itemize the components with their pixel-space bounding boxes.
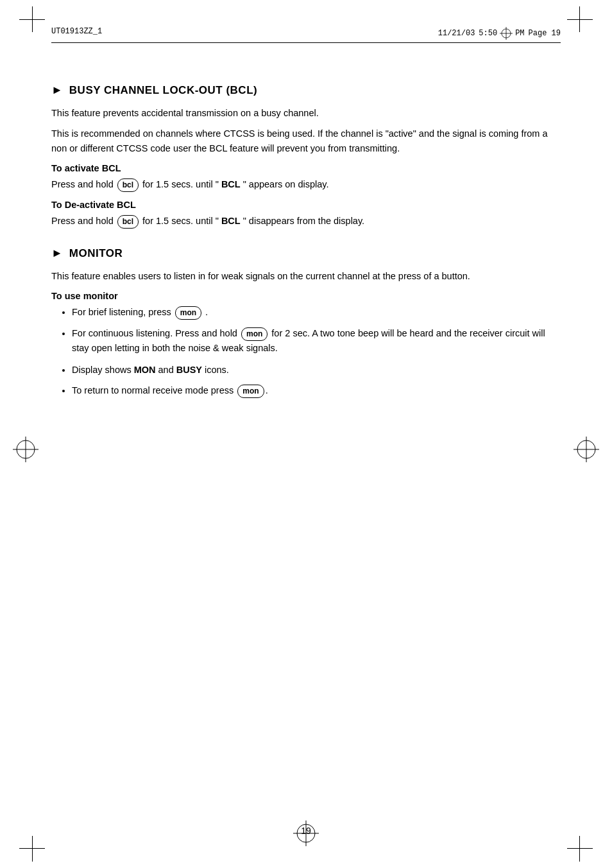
- mon-button-1: mon: [175, 306, 201, 320]
- activate-text-pre: Press and hold: [51, 177, 114, 191]
- bullet1-post: .: [205, 305, 208, 319]
- bullet3-bold2: BUSY: [176, 363, 202, 377]
- activate-heading: To activate BCL: [51, 163, 561, 173]
- main-content: ► BUSY CHANNEL LOCK-OUT (BCL) This featu…: [51, 83, 561, 398]
- bullet2: For continuous listening. Press and hold…: [72, 328, 545, 353]
- bullet4: To return to normal receive mode press m…: [72, 385, 268, 395]
- crop-mark-tl-v: [32, 6, 33, 32]
- section2-divider: ► MONITOR: [51, 247, 561, 260]
- activate-bcl-bold: BCL: [221, 177, 241, 191]
- bullet4-post: .: [266, 385, 268, 395]
- deactivate-heading: To De-activate BCL: [51, 200, 561, 210]
- bullet2-pre: For continuous listening. Press and hold: [72, 328, 240, 338]
- list-item: For brief listening, press mon.: [72, 305, 561, 320]
- bullet1-pre: For brief listening, press: [72, 305, 171, 319]
- section1-title: BUSY CHANNEL LOCK-OUT (BCL): [69, 84, 257, 97]
- deactivate-text-pre: Press and hold: [51, 214, 114, 228]
- section2-title: MONITOR: [69, 247, 123, 260]
- top-info-left: UT01913ZZ_1: [51, 27, 102, 40]
- section1-heading: ► BUSY CHANNEL LOCK-OUT (BCL): [51, 83, 561, 97]
- deactivate-text-post: for 1.5 secs. until ": [142, 214, 219, 228]
- list-item: For continuous listening. Press and hold…: [72, 326, 561, 356]
- reg-cross-top: [500, 27, 513, 40]
- bullet3-pre: Display shows: [72, 363, 132, 377]
- crop-mark-tr-v: [579, 6, 580, 32]
- bullet3-mid: and: [158, 363, 174, 377]
- crop-mark-br-v: [579, 836, 580, 862]
- mon-button-2: mon: [241, 327, 268, 341]
- top-info-date: 11/21/03: [438, 29, 475, 38]
- page-number: 19: [301, 826, 311, 836]
- deactivate-instruction: Press and hold bcl for 1.5 secs. until "…: [51, 214, 561, 229]
- top-info-time: 5:50 PM: [479, 27, 524, 40]
- reg-mark-right: [574, 437, 599, 465]
- bullet1: For brief listening, press mon.: [72, 305, 561, 320]
- crop-mark-br-h: [567, 848, 593, 849]
- mon-button-4: mon: [237, 385, 264, 398]
- monitor-bullet-list: For brief listening, press mon. For cont…: [72, 305, 561, 398]
- deactivate-bcl-bold: BCL: [221, 214, 241, 228]
- crop-mark-bl-v: [32, 836, 33, 862]
- use-monitor-heading: To use monitor: [51, 291, 561, 301]
- reg-mark-left: [13, 437, 38, 465]
- section2-intro: This feature enables users to listen in …: [51, 269, 561, 283]
- list-item: To return to normal receive mode press m…: [72, 383, 561, 398]
- bullet4-pre: To return to normal receive mode press: [72, 385, 236, 395]
- bullet3-bold1: MON: [134, 363, 156, 377]
- top-info-center: 11/21/03 5:50 PM Page 19: [438, 27, 561, 40]
- section1-intro1: This feature prevents accidental transmi…: [51, 106, 561, 120]
- list-item: Display shows MON and BUSY icons.: [72, 363, 561, 377]
- page: UT01913ZZ_1 11/21/03 5:50 PM Page 19 ► B…: [0, 0, 612, 868]
- bullet3: Display shows MON and BUSY icons.: [72, 363, 561, 377]
- top-info-bar: UT01913ZZ_1 11/21/03 5:50 PM Page 19: [51, 27, 561, 43]
- activate-text-end: " appears on display.: [243, 177, 329, 191]
- top-info-page: Page 19: [529, 29, 561, 38]
- bullet3-post: icons.: [205, 363, 229, 377]
- deactivate-text-end: " disappears from the display.: [243, 214, 364, 228]
- crop-mark-tr-h: [567, 19, 593, 20]
- section2-arrow: ►: [51, 247, 63, 260]
- activate-text-post: for 1.5 secs. until ": [142, 177, 219, 191]
- section1-intro2: This is recommended on channels where CT…: [51, 126, 561, 155]
- activate-instruction: Press and hold bcl for 1.5 secs. until "…: [51, 177, 561, 192]
- bcl-button-deactivate: bcl: [117, 215, 139, 229]
- section2-heading: ► MONITOR: [51, 247, 561, 260]
- section1-arrow: ►: [51, 83, 63, 97]
- bcl-button-activate: bcl: [117, 178, 139, 192]
